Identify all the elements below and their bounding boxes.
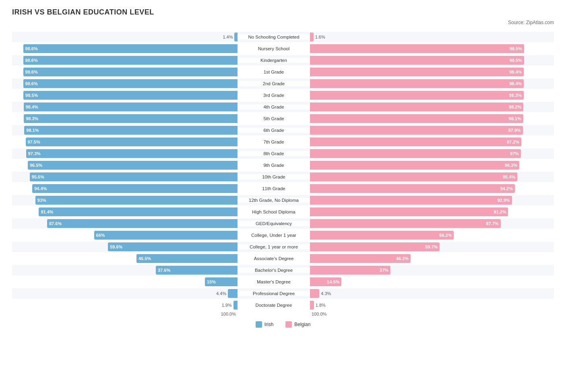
belgian-bar-label: 98.2%: [509, 105, 521, 109]
row-label: 3rd Grade: [238, 93, 310, 98]
irish-legend-label: Irish: [264, 322, 274, 327]
irish-bar: 66%: [94, 231, 238, 240]
right-bar-area: 1.8%: [310, 301, 535, 310]
row-label: 7th Grade: [238, 140, 310, 144]
row-label: Kindergarten: [238, 58, 310, 63]
irish-bar-label: 98.6%: [25, 81, 38, 86]
belgian-bar: 98.4%: [310, 79, 524, 88]
row-label: Bachelor's Degree: [238, 268, 310, 273]
irish-bar: 95.6%: [30, 172, 238, 181]
irish-bar: [233, 301, 238, 310]
page-title: IRISH VS BELGIAN EDUCATION LEVEL: [12, 8, 554, 16]
right-bar-area: 46.3%: [310, 254, 535, 263]
belgian-bar-label: 98.5%: [510, 58, 522, 63]
row-label: GED/Equivalency: [238, 221, 310, 226]
irish-bar-label: 66%: [96, 233, 105, 238]
belgian-legend-label: Belgian: [294, 322, 310, 327]
right-bar-area: 1.6%: [310, 33, 535, 41]
belgian-bar: 37%: [310, 266, 390, 275]
irish-bar-label: 95.6%: [32, 174, 44, 179]
irish-value-label: 4.4%: [212, 291, 226, 296]
axis-left: 100.0%: [12, 312, 238, 316]
right-bar-area: 97.2%: [310, 138, 535, 146]
belgian-value-label: 1.6%: [315, 35, 330, 39]
irish-bar-label: 97.3%: [28, 151, 41, 156]
right-bar-area: 66.2%: [310, 231, 535, 240]
belgian-bar: [310, 301, 314, 310]
irish-bar: 98.6%: [23, 44, 238, 53]
belgian-bar-label: 97.9%: [508, 128, 521, 133]
belgian-bar: 59.7%: [310, 242, 440, 251]
right-bar-area: 98.1%: [310, 114, 535, 123]
irish-bar-label: 15%: [207, 279, 216, 284]
row-label: 5th Grade: [238, 116, 310, 121]
belgian-bar-label: 97.2%: [507, 140, 519, 144]
belgian-bar-label: 59.7%: [425, 244, 438, 249]
irish-bar: [234, 33, 238, 41]
right-bar-area: 98.5%: [310, 44, 535, 53]
belgian-value-label: 4.3%: [321, 291, 335, 296]
irish-bar-label: 98.6%: [25, 46, 38, 51]
left-bar-area: 15%: [12, 277, 238, 286]
chart-row: 59.6%College, 1 year or more59.7%: [12, 242, 554, 252]
irish-bar: 15%: [205, 277, 238, 286]
belgian-bar-label: 46.3%: [396, 256, 409, 261]
irish-bar: 98.5%: [23, 91, 238, 100]
belgian-bar: 97.9%: [310, 126, 523, 135]
irish-bar: 98.4%: [24, 103, 238, 111]
irish-bar-label: 98.5%: [25, 93, 38, 98]
left-bar-area: 95.6%: [12, 172, 238, 181]
row-label: Professional Degree: [238, 291, 310, 296]
left-bar-area: 91.4%: [12, 207, 238, 216]
belgian-bar-label: 96.3%: [505, 163, 517, 168]
belgian-color-box: [285, 321, 292, 328]
irish-bar-label: 94.4%: [34, 186, 47, 191]
belgian-bar: 97.2%: [310, 138, 521, 146]
source-label: Source: ZipAtlas.com: [12, 20, 554, 25]
belgian-bar-label: 98.5%: [510, 46, 522, 51]
irish-bar-label: 93%: [37, 198, 46, 203]
left-bar-area: 98.6%: [12, 56, 238, 65]
chart-row: 95.6%10th Grade95.4%: [12, 172, 554, 182]
chart-row: 37.6%Bachelor's Degree37%: [12, 265, 554, 275]
belgian-bar-label: 98.3%: [509, 93, 522, 98]
legend-belgian: Belgian: [285, 321, 310, 328]
belgian-bar-label: 98.1%: [509, 116, 521, 121]
irish-value-label: 1.9%: [217, 303, 232, 308]
belgian-bar: 97%: [310, 149, 521, 158]
chart-row: 98.6%Nursery School98.5%: [12, 43, 554, 54]
irish-bar-label: 98.6%: [25, 58, 38, 63]
chart-row: 98.4%4th Grade98.2%: [12, 102, 554, 112]
row-label: 8th Grade: [238, 151, 310, 156]
irish-value-label: 1.4%: [218, 35, 233, 39]
right-bar-area: 98.2%: [310, 103, 535, 111]
belgian-bar: 98.4%: [310, 68, 524, 76]
irish-bar: 87.6%: [47, 219, 238, 228]
left-bar-area: 97.3%: [12, 149, 238, 158]
right-bar-area: 97%: [310, 149, 535, 158]
irish-bar: 59.6%: [108, 242, 238, 251]
belgian-bar: 66.2%: [310, 231, 454, 240]
left-bar-area: 66%: [12, 231, 238, 240]
left-bar-area: 1.4%: [12, 33, 238, 41]
belgian-bar: [310, 33, 314, 41]
belgian-bar: 14.5%: [310, 277, 341, 286]
left-bar-area: 59.6%: [12, 242, 238, 251]
chart-row: 91.4%High School Diploma91.2%: [12, 207, 554, 217]
left-bar-area: 98.3%: [12, 114, 238, 123]
row-label: 6th Grade: [238, 128, 310, 133]
row-label: Nursery School: [238, 46, 310, 51]
chart-row: 98.6%2nd Grade98.4%: [12, 78, 554, 89]
irish-bar-label: 98.6%: [25, 70, 38, 74]
chart-container: 1.4%No Schooling Completed1.6%98.6%Nurse…: [12, 32, 554, 328]
belgian-bar-label: 91.2%: [494, 209, 506, 214]
chart-row: 1.9%Doctorate Degree1.8%: [12, 300, 554, 310]
chart-row: 96.5%9th Grade96.3%: [12, 160, 554, 170]
right-bar-area: 91.2%: [310, 207, 535, 216]
irish-bar-label: 46.5%: [138, 256, 151, 261]
irish-bar: 93%: [35, 196, 238, 205]
legend-irish: Irish: [256, 321, 274, 328]
belgian-bar: 98.3%: [310, 91, 524, 100]
left-bar-area: 98.6%: [12, 79, 238, 88]
irish-bar: 98.6%: [23, 68, 238, 76]
